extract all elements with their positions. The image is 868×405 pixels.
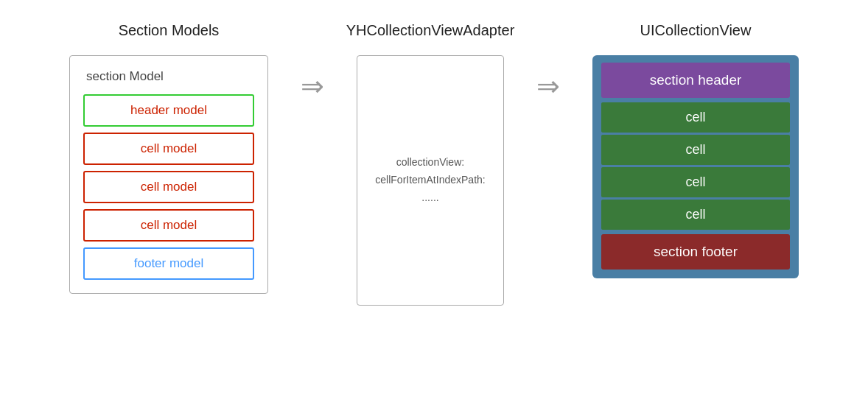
arrow-2-icon: ⇒ bbox=[536, 72, 560, 100]
adapter-text-line1: collectionView: bbox=[396, 156, 464, 168]
cv-section-header: section header bbox=[601, 63, 790, 98]
cv-cells-group: cell cell cell cell bbox=[601, 102, 790, 230]
cv-section-footer: section footer bbox=[601, 234, 790, 270]
adapter-column: YHCollectionViewAdapter collectionView: … bbox=[349, 22, 511, 306]
cell-model-item-1: cell model bbox=[83, 133, 254, 165]
section-models-column: Section Models section Model header mode… bbox=[62, 22, 276, 294]
header-model-item: header model bbox=[83, 94, 254, 127]
cell-model-item-3: cell model bbox=[83, 209, 254, 242]
section-models-title: Section Models bbox=[119, 22, 220, 39]
section-model-box: section Model header model cell model ce… bbox=[69, 55, 268, 294]
adapter-box: collectionView: cellForItemAtIndexPath: … bbox=[357, 55, 504, 306]
adapter-text: collectionView: cellForItemAtIndexPath: … bbox=[375, 154, 485, 206]
adapter-text-line2: cellForItemAtIndexPath: bbox=[375, 174, 485, 186]
cv-cell-2: cell bbox=[601, 135, 790, 165]
cv-cell-1: cell bbox=[601, 102, 790, 133]
main-container: Section Models section Model header mode… bbox=[0, 0, 868, 320]
cv-cell-4: cell bbox=[601, 200, 790, 230]
uicv-column: UICollectionView section header cell cel… bbox=[585, 22, 806, 278]
uicv-title: UICollectionView bbox=[640, 22, 752, 39]
arrow-1-col: ⇒ bbox=[276, 22, 349, 100]
cell-model-item-2: cell model bbox=[83, 171, 254, 203]
footer-model-item: footer model bbox=[83, 247, 254, 280]
cv-cell-3: cell bbox=[601, 167, 790, 197]
arrow-2-col: ⇒ bbox=[511, 22, 585, 100]
arrow-1-icon: ⇒ bbox=[301, 72, 324, 100]
adapter-text-line3: ...... bbox=[421, 191, 438, 203]
uicv-box: section header cell cell cell cell secti… bbox=[592, 55, 799, 278]
section-model-label: section Model bbox=[83, 69, 254, 84]
adapter-title: YHCollectionViewAdapter bbox=[346, 22, 515, 39]
